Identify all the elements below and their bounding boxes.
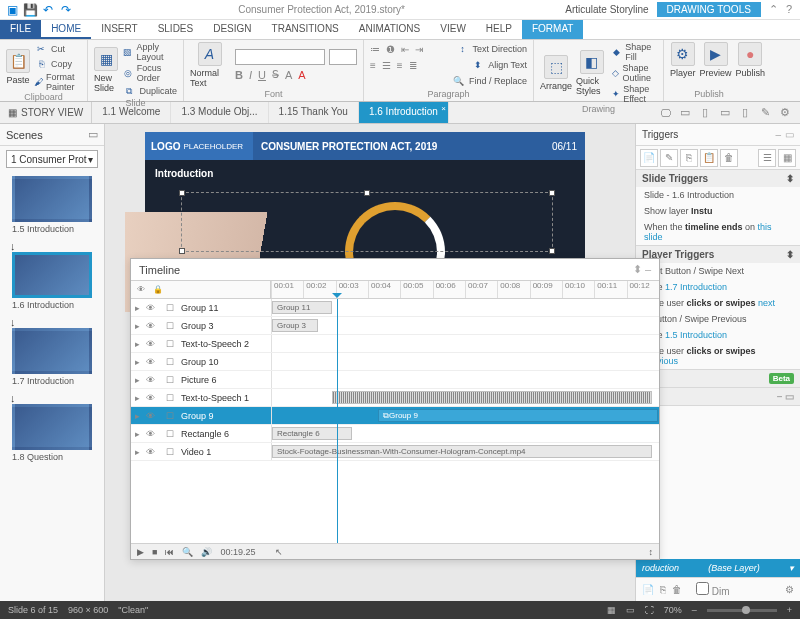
manage-vars-icon[interactable]: ☰ bbox=[758, 149, 776, 167]
dup-layer-icon[interactable]: ⎘ bbox=[660, 584, 666, 595]
del-layer-icon[interactable]: 🗑 bbox=[672, 584, 682, 595]
scenes-collapse-icon[interactable]: ▭ bbox=[88, 128, 98, 141]
undo-icon[interactable]: ↶ bbox=[40, 2, 56, 18]
copy-trigger-icon[interactable]: ⎘ bbox=[680, 149, 698, 167]
font-size-input[interactable] bbox=[329, 49, 357, 65]
delete-trigger-icon[interactable]: 🗑 bbox=[720, 149, 738, 167]
stop-button[interactable]: ■ bbox=[152, 547, 157, 557]
timeline-row[interactable]: ▸👁☐Text-to-Speech 2 bbox=[131, 335, 659, 353]
normal-text-button[interactable]: ANormal Text bbox=[190, 42, 229, 88]
zoom-in-icon[interactable]: + bbox=[787, 605, 792, 615]
collapse-icon[interactable]: ⬍ bbox=[786, 173, 794, 184]
edit-trigger-icon[interactable]: ✎ bbox=[660, 149, 678, 167]
justify-button[interactable]: ≣ bbox=[409, 60, 417, 71]
align-left-button[interactable]: ≡ bbox=[370, 60, 376, 71]
trigger-item[interactable]: Show layer Instu bbox=[636, 203, 800, 219]
publish-button[interactable]: ●Publish bbox=[736, 42, 766, 78]
eye-icon[interactable]: 👁 bbox=[146, 339, 155, 349]
minus-icon[interactable]: – bbox=[645, 263, 651, 275]
help-icon[interactable]: ? bbox=[786, 3, 792, 16]
rewind-button[interactable]: ⏮ bbox=[165, 547, 174, 557]
checkbox[interactable]: ☐ bbox=[166, 411, 174, 421]
italic-button[interactable]: I bbox=[249, 69, 252, 81]
base-layer-row[interactable]: roduction(Base Layer)▾ bbox=[636, 559, 800, 577]
lock-icon[interactable]: 🔒 bbox=[153, 285, 163, 294]
scene-thumb[interactable]: 1.6 Introduction bbox=[12, 252, 92, 314]
shape-fill-button[interactable]: ◆Shape Fill bbox=[611, 42, 657, 62]
device-phone-portrait-icon[interactable]: ▯ bbox=[738, 106, 752, 120]
device-tablet-landscape-icon[interactable]: ▭ bbox=[678, 106, 692, 120]
redo-icon[interactable]: ↷ bbox=[58, 2, 74, 18]
tab-home[interactable]: HOME bbox=[41, 20, 91, 39]
collapse-ribbon-icon[interactable]: ⌃ bbox=[769, 3, 778, 16]
apply-layout-button[interactable]: ▧Apply Layout bbox=[122, 42, 177, 62]
expand-row-icon[interactable]: ▸ bbox=[135, 447, 140, 457]
tab-format[interactable]: FORMAT bbox=[522, 20, 583, 39]
view-slide-icon[interactable]: ▭ bbox=[626, 605, 635, 615]
tab-slides[interactable]: SLIDES bbox=[148, 20, 204, 39]
playhead[interactable] bbox=[337, 299, 338, 543]
timeline-row[interactable]: ▸👁☐Group 9⧉ Group 9 bbox=[131, 407, 659, 425]
layer-settings-icon[interactable]: ⚙ bbox=[785, 584, 794, 595]
eye-icon[interactable]: 👁 bbox=[146, 393, 155, 403]
timeline-row[interactable]: ▸👁☐Group 3Group 3 bbox=[131, 317, 659, 335]
arrange-button[interactable]: ⬚Arrange bbox=[540, 55, 572, 91]
timeline-snap-icon[interactable]: ⬍ bbox=[633, 263, 642, 275]
eye-icon[interactable]: 👁 bbox=[146, 375, 155, 385]
slide-props-icon[interactable]: ✎ bbox=[758, 106, 772, 120]
expand-row-icon[interactable]: ▸ bbox=[135, 375, 140, 385]
tab-help[interactable]: HELP bbox=[476, 20, 522, 39]
trigger-slide-title[interactable]: Slide - 1.6 Introduction bbox=[636, 187, 800, 203]
tab-view[interactable]: VIEW bbox=[430, 20, 476, 39]
pin-icon[interactable]: ▭ bbox=[785, 129, 794, 140]
checkbox[interactable]: ☐ bbox=[166, 339, 174, 349]
copy-button[interactable]: ⎘Copy bbox=[34, 57, 81, 71]
bold-button[interactable]: B bbox=[235, 69, 243, 81]
trigger-wizard-icon[interactable]: ▦ bbox=[778, 149, 796, 167]
device-tablet-portrait-icon[interactable]: ▯ bbox=[698, 106, 712, 120]
checkbox[interactable]: ☐ bbox=[166, 393, 174, 403]
add-trigger-icon[interactable]: 📄 bbox=[640, 149, 658, 167]
align-right-button[interactable]: ≡ bbox=[397, 60, 403, 71]
quick-styles-button[interactable]: ◧Quick Styles bbox=[576, 50, 607, 96]
add-layer-icon[interactable]: 📄 bbox=[642, 584, 654, 595]
timeline-row[interactable]: ▸👁☐Video 1Stock-Footage-Businessman-With… bbox=[131, 443, 659, 461]
duplicate-button[interactable]: ⧉Duplicate bbox=[122, 84, 177, 98]
strike-button[interactable]: S̶ bbox=[272, 68, 279, 81]
scene-thumb[interactable]: 1.8 Question bbox=[12, 404, 92, 466]
font-color-button[interactable]: A bbox=[298, 69, 305, 81]
numbering-button[interactable]: ❶ bbox=[386, 44, 395, 55]
preview-button[interactable]: ▶Preview bbox=[700, 42, 732, 78]
dim-checkbox[interactable] bbox=[696, 582, 709, 595]
find-replace-button[interactable]: 🔍Find / Replace bbox=[452, 74, 527, 88]
timeline-row[interactable]: ▸👁☐Group 10 bbox=[131, 353, 659, 371]
focus-order-button[interactable]: ◎Focus Order bbox=[122, 63, 177, 83]
tab-file[interactable]: FILE bbox=[0, 20, 41, 39]
close-icon[interactable]: × bbox=[441, 104, 446, 113]
slide-tab[interactable]: 1.15 Thank You bbox=[269, 102, 359, 123]
new-slide-button[interactable]: ▦New Slide bbox=[94, 47, 118, 93]
tab-insert[interactable]: INSERT bbox=[91, 20, 148, 39]
slide-tab[interactable]: 1.1 Welcome bbox=[92, 102, 171, 123]
underline-button[interactable]: U bbox=[258, 69, 266, 81]
expand-row-icon[interactable]: ▸ bbox=[135, 339, 140, 349]
indent-inc-button[interactable]: ⇥ bbox=[415, 44, 423, 55]
checkbox[interactable]: ☐ bbox=[166, 375, 174, 385]
story-view-button[interactable]: ▦STORY VIEW bbox=[0, 102, 92, 123]
checkbox[interactable]: ☐ bbox=[166, 321, 174, 331]
eye-icon[interactable]: 👁 bbox=[146, 321, 155, 331]
q-icon[interactable]: 🔍 bbox=[182, 547, 193, 557]
timeline-row[interactable]: ▸👁☐Picture 6 bbox=[131, 371, 659, 389]
scene-thumb[interactable]: 1.7 Introduction bbox=[12, 328, 92, 390]
player-button[interactable]: ⚙Player bbox=[670, 42, 696, 78]
eye-icon[interactable]: 👁 bbox=[146, 357, 155, 367]
tab-design[interactable]: DESIGN bbox=[203, 20, 261, 39]
slide-tab[interactable]: 1.3 Module Obj... bbox=[171, 102, 268, 123]
format-painter-button[interactable]: 🖌Format Painter bbox=[34, 72, 81, 92]
cut-button[interactable]: ✂Cut bbox=[34, 42, 81, 56]
eye-icon[interactable]: 👁 bbox=[146, 429, 155, 439]
font-family-input[interactable] bbox=[235, 49, 325, 65]
checkbox[interactable]: ☐ bbox=[166, 429, 174, 439]
paste-trigger-icon[interactable]: 📋 bbox=[700, 149, 718, 167]
timeline-row[interactable]: ▸👁☐Rectangle 6Rectangle 6 bbox=[131, 425, 659, 443]
